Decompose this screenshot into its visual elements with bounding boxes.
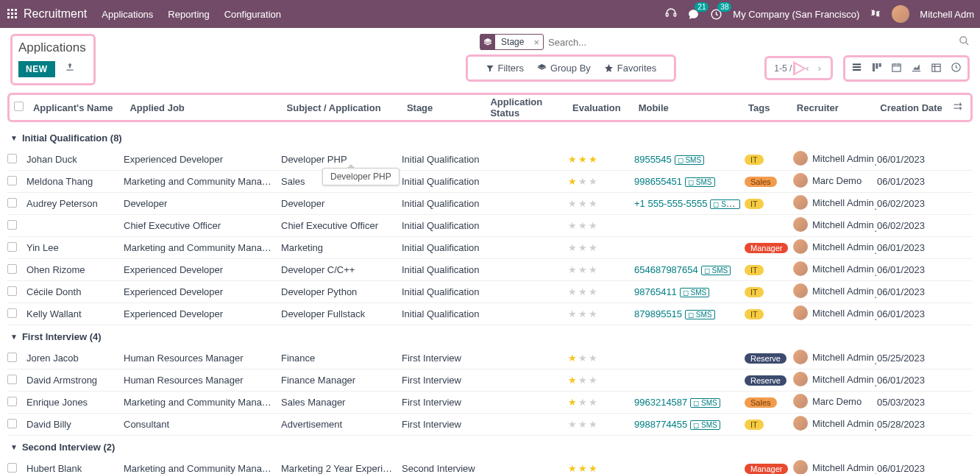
activity-view-icon[interactable]: [951, 62, 962, 75]
mobile-link[interactable]: 879895515: [634, 308, 682, 319]
calendar-view-icon[interactable]: [891, 62, 902, 75]
row-checkbox[interactable]: [7, 397, 17, 406]
pivot-view-icon[interactable]: [931, 62, 942, 75]
col-stage[interactable]: Stage: [407, 102, 491, 113]
col-job[interactable]: Applied Job: [129, 102, 286, 113]
col-name[interactable]: Applicant's Name: [33, 102, 129, 113]
company-selector[interactable]: My Company (San Francisco): [733, 9, 859, 20]
col-date[interactable]: Creation Date: [880, 102, 952, 113]
nav-item-configuration[interactable]: Configuration: [224, 9, 281, 20]
sms-badge[interactable]: ◻ SMS: [685, 177, 714, 187]
sms-badge[interactable]: ◻ SMS: [685, 310, 714, 319]
table-row[interactable]: Chief Executive Officer Chief Executive …: [7, 215, 973, 237]
groupby-button[interactable]: Group By: [537, 63, 591, 74]
star-rating[interactable]: ★★★: [568, 220, 599, 231]
row-checkbox[interactable]: [7, 242, 17, 252]
sms-badge[interactable]: ◻ SMS: [675, 155, 704, 165]
new-button[interactable]: NEW: [18, 61, 55, 77]
sms-badge[interactable]: ◻ SMS: [690, 420, 720, 430]
row-checkbox[interactable]: [7, 264, 17, 274]
filters-button[interactable]: Filters: [486, 63, 524, 74]
user-name[interactable]: Mitchell Adm: [920, 9, 974, 20]
star-rating[interactable]: ★★★: [568, 198, 599, 209]
star-rating[interactable]: ★★★: [568, 286, 599, 297]
row-checkbox[interactable]: [7, 176, 17, 185]
table-row[interactable]: Johan Duck Experienced Developer Develop…: [7, 149, 973, 171]
col-tags[interactable]: Tags: [748, 102, 797, 113]
search-input[interactable]: [544, 35, 956, 50]
mobile-link[interactable]: +1 555-555-5555: [634, 198, 707, 209]
sms-badge[interactable]: ◻ SMS: [710, 199, 739, 209]
sms-badge[interactable]: ◻ SMS: [701, 266, 731, 275]
chevron-right-icon[interactable]: ›: [816, 63, 823, 74]
group-header[interactable]: ▼First Interview (4): [7, 325, 973, 347]
star-rating[interactable]: ★★★: [568, 375, 599, 386]
select-all-checkbox[interactable]: [14, 102, 24, 111]
mobile-link[interactable]: 98765411: [634, 286, 677, 297]
row-checkbox[interactable]: [7, 463, 17, 473]
star-rating[interactable]: ★★★: [568, 242, 599, 253]
star-rating[interactable]: ★★★: [568, 308, 599, 319]
star-rating[interactable]: ★★★: [568, 397, 599, 408]
sms-badge[interactable]: ◻ SMS: [690, 398, 720, 408]
group-header[interactable]: ▼Second Interview (2): [7, 436, 973, 458]
cell-name: David Billy: [26, 419, 124, 430]
table-row[interactable]: Meldona Thang Marketing and Community Ma…: [7, 171, 973, 193]
star-rating[interactable]: ★★★: [568, 463, 599, 474]
table-row[interactable]: Yin Lee Marketing and Community Manager …: [7, 237, 973, 259]
close-icon[interactable]: ×: [530, 37, 543, 48]
table-row[interactable]: Hubert Blank Marketing and Community Man…: [7, 458, 973, 474]
mobile-link[interactable]: 654687987654: [634, 264, 698, 275]
row-checkbox[interactable]: [7, 419, 17, 428]
nav-item-applications[interactable]: Applications: [102, 9, 153, 20]
user-avatar[interactable]: [892, 5, 909, 23]
nav-item-reporting[interactable]: Reporting: [168, 9, 209, 20]
col-subject[interactable]: Subject / Application: [287, 102, 407, 113]
star-rating[interactable]: ★★★: [568, 264, 599, 275]
table-row[interactable]: Ohen Rizome Experienced Developer Develo…: [7, 259, 973, 281]
table-row[interactable]: David Armstrong Human Resources Manager …: [7, 369, 973, 392]
upload-icon[interactable]: [65, 63, 75, 74]
row-checkbox[interactable]: [7, 220, 17, 230]
star-rating[interactable]: ★★★: [568, 176, 599, 187]
star-rating[interactable]: ★★★: [568, 353, 599, 364]
messages-icon[interactable]: 21: [687, 8, 700, 21]
table-row[interactable]: Joren Jacob Human Resources Manager Fina…: [7, 347, 973, 369]
mobile-link[interactable]: 998655451: [634, 176, 682, 187]
mobile-link[interactable]: 9963214587: [634, 397, 687, 408]
row-checkbox[interactable]: [7, 198, 17, 208]
row-checkbox[interactable]: [7, 154, 17, 163]
sms-badge[interactable]: ◻ SMS: [680, 288, 709, 297]
col-evaluation[interactable]: Evaluation: [572, 102, 639, 113]
table-row[interactable]: Cécile Donth Experienced Developer Devel…: [7, 281, 973, 303]
kanban-view-icon[interactable]: [871, 62, 882, 75]
graph-view-icon[interactable]: [911, 62, 922, 75]
row-checkbox[interactable]: [7, 353, 17, 362]
phone-icon[interactable]: [665, 7, 677, 21]
group-header[interactable]: ▼Initial Qualification (8): [7, 127, 973, 149]
col-status[interactable]: Application Status: [490, 96, 572, 118]
table-row[interactable]: Kelly Wallant Experienced Developer Deve…: [7, 303, 973, 325]
table-row[interactable]: Enrique Jones Marketing and Community Ma…: [7, 392, 973, 414]
col-recruiter[interactable]: Recruiter: [797, 102, 881, 113]
activities-icon[interactable]: 38: [710, 8, 722, 21]
mobile-link[interactable]: 9988774455: [634, 419, 687, 430]
favorites-button[interactable]: Favorites: [604, 63, 656, 74]
cell-evaluation: ★★★: [568, 242, 634, 253]
debug-icon[interactable]: [870, 7, 881, 21]
star-rating[interactable]: ★★★: [568, 419, 599, 430]
col-mobile[interactable]: Mobile: [639, 102, 748, 113]
search-icon[interactable]: [959, 35, 970, 49]
row-checkbox[interactable]: [7, 286, 17, 296]
row-checkbox[interactable]: [7, 375, 17, 384]
star-rating[interactable]: ★★★: [568, 154, 599, 165]
row-checkbox[interactable]: [7, 308, 17, 318]
app-brand[interactable]: Recruitment: [24, 7, 87, 21]
mobile-link[interactable]: 8955545: [634, 154, 672, 165]
table-row[interactable]: David Billy Consultant Advertisement Fir…: [7, 414, 973, 436]
list-view-icon[interactable]: [851, 62, 862, 75]
column-settings-icon[interactable]: [952, 101, 966, 114]
search-facet-stage[interactable]: Stage ×: [480, 34, 544, 50]
apps-grid-icon[interactable]: [6, 7, 19, 21]
table-row[interactable]: Audrey Peterson Developer Developer Init…: [7, 193, 973, 215]
